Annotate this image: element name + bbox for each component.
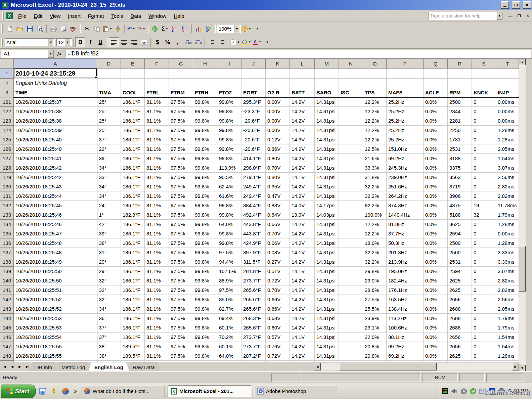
cell[interactable]: 34° [97,304,121,314]
cell[interactable]: 32.2% [363,191,387,201]
cell[interactable]: 25° [97,126,121,135]
cell[interactable]: 22° [97,144,121,154]
cell[interactable]: 99.8% [193,351,217,361]
cell[interactable] [448,79,472,88]
cell[interactable]: 10/26/2010 18:25:52 [14,295,97,304]
cell[interactable]: INJP [496,88,519,97]
cell[interactable] [121,79,145,88]
cell[interactable] [121,69,145,79]
cell[interactable]: 14.2V [290,191,315,201]
cell[interactable]: 81.1% [145,285,169,295]
cell[interactable]: 12.2% [363,126,387,135]
cell[interactable]: 1440.4Hz [387,210,424,220]
cell[interactable]: 2.82ms [496,182,519,191]
align-left-icon[interactable] [109,37,119,47]
cell[interactable]: 14.31psi [315,182,339,191]
cell[interactable]: 2344 [448,107,472,116]
cell[interactable]: 0 [472,191,496,201]
cell[interactable]: 0 [472,116,496,126]
cell[interactable]: 81.1% [145,210,169,220]
cell[interactable]: 0.00ms [496,107,519,116]
cell[interactable]: 99.8% [193,107,217,116]
cell[interactable]: 279.1°F [241,173,266,182]
decrease-decimal-icon[interactable]: .00 .0 [193,37,203,47]
cell[interactable]: 31° [97,248,121,257]
toolbar-options-icon[interactable]: ▼ [262,37,272,47]
cell[interactable]: 0.0% [424,154,448,163]
drawing-icon[interactable]: A [204,24,214,34]
cell[interactable]: 0.47V [266,191,290,201]
cell[interactable]: 186.1°F [121,163,145,173]
cell[interactable]: 14.2V [290,314,315,323]
cell[interactable]: 1° [97,210,121,220]
cell[interactable] [315,69,339,79]
sheet-tab-raw-data[interactable]: Raw Data [127,362,161,371]
cell[interactable] [339,351,363,361]
cell[interactable] [339,229,363,238]
cell[interactable]: 0 [472,248,496,257]
toolbar-grip[interactable] [1,38,3,47]
cell[interactable]: 295.3°F [241,97,266,107]
cell[interactable]: 0.0% [424,351,448,361]
cell[interactable]: 97.5% [169,238,193,248]
cell[interactable]: 2594 [448,267,472,276]
cell[interactable]: 10/26/2010 18:25:45 [14,201,97,210]
cell[interactable] [339,154,363,163]
row-header[interactable]: 131 [0,191,14,201]
font-size-select[interactable]: 12▼ [56,38,72,46]
cell[interactable]: 99.8% [193,182,217,191]
cell[interactable]: 0.70V [266,229,290,238]
cell[interactable]: 273.7°F [241,276,266,285]
cell[interactable]: 0 [472,276,496,285]
cell[interactable]: 5188 [448,210,472,220]
cell[interactable]: 99.8% [193,257,217,267]
cell[interactable]: 32.2% [363,257,387,267]
cell[interactable] [339,238,363,248]
first-sheet-icon[interactable]: |◀ [1,363,8,370]
cell[interactable]: 97.5% [217,248,241,257]
cell[interactable] [339,323,363,332]
font-name-select[interactable]: Arial▼ [5,38,55,46]
comma-icon[interactable]: , [173,37,183,47]
cell[interactable]: 81.1% [145,276,169,285]
cell[interactable]: 37.7Hz [387,229,424,238]
cell[interactable]: 10/26/2010 18:25:37 [14,97,97,107]
cell[interactable]: 85.0% [217,295,241,304]
row-header[interactable]: 3 [0,88,14,97]
cell[interactable]: 99.8% [193,285,217,295]
cell[interactable]: 81.1% [145,229,169,238]
cell[interactable]: 443.8°F [241,229,266,238]
cell[interactable]: 81.1% [145,126,169,135]
cell[interactable]: 97.5% [169,267,193,276]
cell[interactable]: 281.8°F [241,267,266,276]
cell[interactable]: 0.0% [424,126,448,135]
cell[interactable]: 287.2°F [241,351,266,361]
cell[interactable]: 99.8% [193,144,217,154]
cell[interactable] [339,332,363,342]
cell[interactable]: 186.1°F [121,107,145,116]
cell[interactable]: 201.3Hz [387,248,424,257]
new-icon[interactable] [5,24,15,34]
cell[interactable]: 186.1°F [121,285,145,295]
cell[interactable]: 12.2% [363,220,387,229]
cell[interactable]: 14.2V [290,126,315,135]
cell[interactable]: 14.31psi [315,135,339,144]
cell[interactable]: 14.1V [290,248,315,257]
cell[interactable]: English Units Datalog [14,79,97,88]
cell[interactable]: 88.1Hz [387,332,424,342]
cell[interactable]: 81.1% [145,154,169,163]
cell[interactable]: 0.0% [424,285,448,295]
cell[interactable]: 14.2V [290,323,315,332]
cell[interactable]: 0.0% [424,135,448,144]
cell[interactable]: 0.0% [424,332,448,342]
cell[interactable]: 97.5% [169,276,193,285]
spelling-icon[interactable]: ABC [69,24,79,34]
column-header-H[interactable]: H [193,59,217,69]
cell[interactable] [339,267,363,276]
cell[interactable]: 186.1°F [121,314,145,323]
cell[interactable]: 186.1°F [121,267,145,276]
cell[interactable]: 14.2V [290,295,315,304]
insert-function-icon[interactable]: fx [54,51,65,56]
cell[interactable]: 186.1°F [121,191,145,201]
cell[interactable]: 2656 [448,295,472,304]
